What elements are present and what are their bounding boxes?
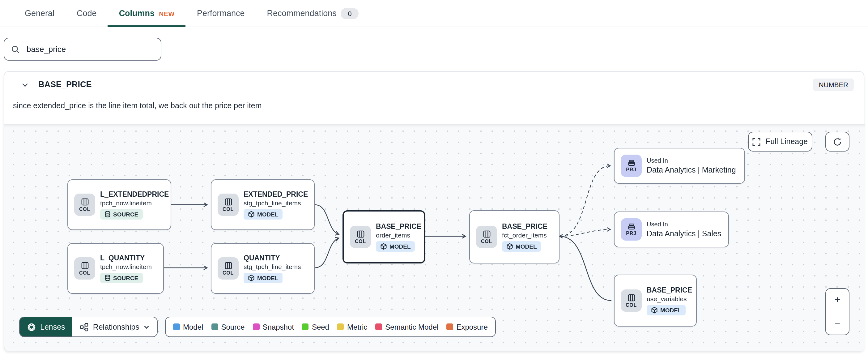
resource-type-badge: MODEL	[502, 241, 541, 252]
count-badge: 0	[341, 8, 359, 19]
resource-type-badge: MODEL	[647, 304, 686, 315]
column-search[interactable]	[4, 38, 161, 61]
relationships-dropdown[interactable]: Relationships	[73, 317, 157, 336]
chip-label: COL	[355, 238, 366, 244]
relationships-icon	[80, 323, 89, 331]
node-title: L_QUANTITY	[100, 254, 152, 261]
legend-item-semantic-model: Semantic Model	[375, 323, 438, 331]
legend-item-seed: Seed	[302, 323, 329, 331]
chip-label: COL	[626, 302, 637, 308]
zoom-controls: + −	[825, 288, 849, 335]
lenses-button[interactable]: Lenses	[20, 317, 73, 336]
lineage-node-l-quantity[interactable]: COL L_QUANTITY tpch_now.lineitem SOURCE	[67, 243, 164, 294]
legend-swatch	[446, 323, 453, 330]
tab-label: Recommendations	[267, 9, 337, 18]
columns-icon	[81, 198, 89, 206]
zoom-out-button[interactable]: −	[826, 312, 849, 334]
chip-label: COL	[223, 206, 234, 212]
legend-label: Seed	[312, 323, 329, 331]
chip-label: COL	[223, 270, 234, 275]
column-chip: COL	[218, 257, 239, 279]
aperture-icon	[27, 323, 36, 331]
node-title: L_EXTENDEDPRICE	[100, 190, 164, 198]
column-chip: COL	[350, 226, 371, 248]
legend-swatch	[302, 323, 309, 330]
node-subtitle: fct_order_items	[502, 231, 548, 238]
cube-icon	[248, 211, 255, 217]
columns-icon	[483, 230, 491, 238]
database-icon	[104, 211, 111, 217]
node-title: BASE_PRICE	[647, 286, 690, 293]
column-name: BASE_PRICE	[38, 80, 92, 89]
legend-label: Exposure	[456, 323, 488, 331]
search-input[interactable]	[25, 44, 154, 54]
legend-swatch	[375, 323, 382, 330]
legend-item-model: Model	[173, 323, 203, 331]
node-subtitle: stg_tpch_line_items	[244, 263, 301, 270]
chevron-down-icon	[144, 324, 150, 330]
resource-legend: Model Source Snapshot Seed Metric Semant…	[165, 317, 496, 337]
legend-label: Snapshot	[262, 323, 294, 331]
full-lineage-button[interactable]: Full Lineage	[748, 132, 812, 151]
column-chip: COL	[218, 194, 239, 216]
zoom-in-button[interactable]: +	[826, 289, 849, 312]
refresh-button[interactable]	[825, 132, 849, 151]
lineage-node-quantity[interactable]: COL QUANTITY stg_tpch_line_items MODEL	[211, 243, 315, 294]
badge-label: MODEL	[660, 306, 682, 313]
tab-recommendations[interactable]: Recommendations 0	[256, 0, 370, 27]
lineage-node-base-price-order-items[interactable]: COL BASE_PRICE order_items MODEL	[342, 210, 425, 263]
lineage-node-base-price-fct-order-items[interactable]: COL BASE_PRICE fct_order_items MODEL	[469, 210, 559, 263]
resource-type-badge: MODEL	[244, 209, 283, 219]
database-icon	[104, 274, 111, 281]
badge-label: SOURCE	[113, 211, 138, 217]
node-title: QUANTITY	[244, 254, 301, 261]
columns-icon	[224, 261, 232, 269]
legend-swatch	[211, 323, 218, 330]
lineage-node-used-in-marketing[interactable]: PRJ Used In Data Analytics | Marketing	[614, 148, 745, 184]
lineage-node-extended-price[interactable]: COL EXTENDED_PRICE stg_tpch_line_items M…	[211, 179, 315, 230]
tab-bar: General Code Columns NEW Performance Rec…	[0, 0, 868, 27]
archive-icon	[627, 159, 635, 166]
refresh-icon	[833, 137, 842, 146]
lineage-node-base-price-use-variables[interactable]: COL BASE_PRICE use_variables MODEL	[614, 275, 697, 327]
archive-icon	[627, 223, 635, 230]
tab-code[interactable]: Code	[65, 0, 108, 27]
node-title: EXTENDED_PRICE	[244, 190, 308, 198]
column-chip: COL	[476, 226, 497, 248]
legend-label: Model	[183, 323, 203, 331]
cube-icon	[506, 243, 513, 249]
lineage-canvas[interactable]: COL L_EXTENDEDPRICE tpch_now.lineitem SO…	[4, 124, 865, 351]
badge-label: SOURCE	[113, 274, 138, 281]
lenses-label: Lenses	[40, 323, 65, 331]
legend-label: Semantic Model	[385, 323, 438, 331]
chevron-down-icon[interactable]	[22, 82, 28, 88]
lineage-node-l-extendedprice[interactable]: COL L_EXTENDEDPRICE tpch_now.lineitem SO…	[67, 179, 171, 230]
node-subtitle: tpch_now.lineitem	[100, 263, 152, 270]
node-title: BASE_PRICE	[376, 223, 418, 230]
column-chip: COL	[74, 257, 95, 279]
tab-label: General	[25, 9, 54, 18]
project-chip: PRJ	[621, 155, 642, 177]
used-in-label: Used In	[647, 221, 721, 228]
lineage-node-used-in-sales[interactable]: PRJ Used In Data Analytics | Sales	[614, 211, 729, 247]
relationships-label: Relationships	[93, 323, 140, 331]
columns-icon	[627, 293, 635, 301]
chip-label: COL	[79, 206, 90, 212]
chip-label: PRJ	[626, 230, 637, 236]
resource-type-badge: MODEL	[376, 241, 415, 252]
node-subtitle: tpch_now.lineitem	[100, 199, 164, 206]
legend-swatch	[173, 323, 180, 330]
tab-general[interactable]: General	[13, 0, 65, 27]
cube-icon	[248, 274, 255, 281]
badge-label: MODEL	[257, 211, 279, 217]
chip-label: COL	[79, 270, 90, 275]
node-subtitle: stg_tpch_line_items	[244, 199, 308, 206]
badge-label: MODEL	[390, 243, 411, 249]
resource-type-badge: SOURCE	[100, 209, 143, 219]
used-in-label: Used In	[647, 157, 736, 164]
column-detail-card: BASE_PRICE NUMBER since extended_price i…	[4, 71, 864, 351]
columns-icon	[356, 230, 365, 238]
tab-columns[interactable]: Columns NEW	[108, 0, 186, 27]
expand-icon	[753, 138, 761, 146]
tab-performance[interactable]: Performance	[186, 0, 256, 27]
